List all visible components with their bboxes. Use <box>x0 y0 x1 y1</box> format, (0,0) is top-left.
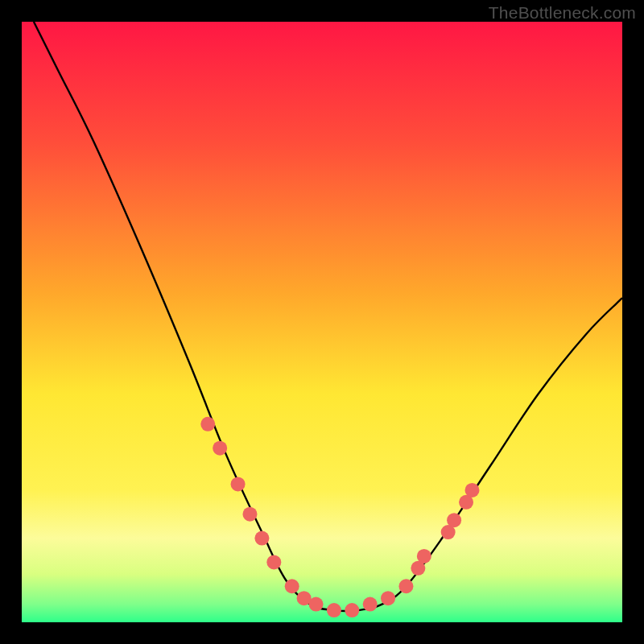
highlight-dot <box>242 507 257 522</box>
highlight-dot <box>309 597 324 612</box>
highlight-dot <box>345 603 359 617</box>
highlight-dot <box>381 591 395 605</box>
highlight-dot <box>254 531 269 546</box>
chart-frame <box>22 22 622 622</box>
highlight-dot <box>231 477 246 491</box>
watermark-text: TheBottleneck.com <box>489 3 636 23</box>
bottleneck-chart <box>22 22 622 622</box>
highlight-dot <box>447 513 461 527</box>
highlight-dot <box>363 597 378 612</box>
highlight-dot <box>398 579 413 593</box>
highlight-dot <box>200 417 215 431</box>
highlight-dot <box>417 549 431 564</box>
highlight-dot <box>285 579 299 593</box>
highlight-dot <box>465 483 480 497</box>
gradient-background <box>22 22 622 622</box>
highlight-dot <box>327 603 341 617</box>
highlight-dot <box>213 441 227 456</box>
highlight-dot <box>266 555 281 569</box>
